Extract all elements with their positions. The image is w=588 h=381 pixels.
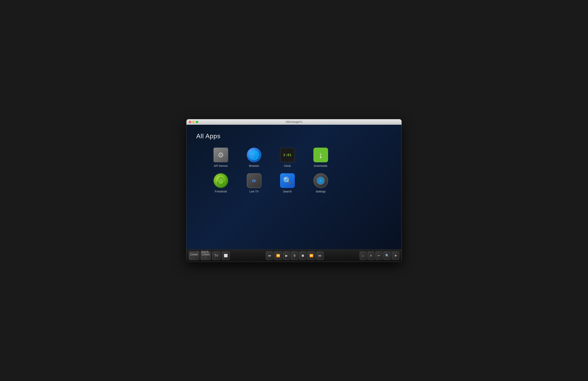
app-item-live-tv[interactable]: tv Live TV [241,173,267,193]
app-item-api-demos[interactable]: API Demos [208,148,233,167]
chan-plus-sym: + [205,257,206,259]
search-nav-button[interactable]: 🔍 [383,251,391,260]
frandroid-label: FrAndroid [215,190,227,193]
browser-label: Browser [249,164,259,167]
fast-forward-button[interactable]: ⏩ [307,251,315,260]
mac-window: 5554:GoogleTV All Apps API Demos Browser [186,119,402,262]
search-nav-icon: 🔍 [385,254,389,258]
clock-label: Clock [284,164,291,167]
skip-back-button[interactable]: ⏮ [266,251,273,260]
back-button[interactable]: ← back [196,250,209,254]
media-controls: ⏮ ⏪ ▶ ⏸ ⏹ ⏩ ⏭ [231,251,358,260]
back-arrow-icon: ← [196,250,200,254]
settings-inner-circle [317,177,325,185]
app-item-downloads[interactable]: Downloads [308,148,333,167]
chan-minus-sym: - [194,257,194,259]
tv-button[interactable]: TV [212,251,220,260]
api-demos-label: API Demos [214,164,228,167]
tv-body: All Apps API Demos Browser 3:01 [187,125,401,262]
skip-forward-icon: ⏭ [318,254,322,258]
play-icon: ▶ [285,254,288,258]
svg-point-1 [218,178,224,184]
pip-icon: ⬜ [224,254,228,258]
pause-button[interactable]: ⏸ [291,251,298,260]
tv-label: TV [214,254,218,258]
app-item-settings[interactable]: Settings [308,173,333,193]
star-icon: ★ [394,254,397,258]
app-item-frandroid[interactable]: FrAndroid [208,173,233,193]
rewind-icon: ⏪ [276,254,280,258]
search-label: Search [283,190,292,193]
close-button[interactable] [189,121,191,123]
app-item-clock[interactable]: 3:01 Clock [275,148,300,167]
search-icon: 🔍 [280,173,295,188]
rewind-button[interactable]: ⏪ [274,251,282,260]
fast-forward-icon: ⏩ [310,254,313,258]
downloads-label: Downloads [314,164,327,167]
settings-icon [313,173,328,188]
stop-icon: ⏹ [301,254,304,258]
window-title: 5554:GoogleTV [286,120,302,123]
control-bar: CHAN - CHAN + TV ⬜ ⏮ ⏪ [187,249,401,262]
menu-icon: ≡ [370,254,372,258]
maximize-button[interactable] [196,121,198,123]
section-title: All Apps [196,133,392,140]
live-tv-label: Live TV [249,190,259,193]
skip-forward-button[interactable]: ⏭ [316,251,324,260]
play-button[interactable]: ▶ [283,251,290,260]
window-controls [189,121,198,123]
skip-back-icon: ⏮ [268,254,271,258]
api-demos-icon [213,148,228,162]
pip-button[interactable]: ⬜ [222,251,230,260]
live-tv-icon: tv [247,173,261,188]
back-label: back [201,250,209,254]
live-tv-text: tv [252,178,256,183]
pause-icon: ⏸ [293,254,296,258]
frandroid-icon [213,173,228,188]
back-nav-icon: ↩ [378,254,380,258]
nav-controls: ⌂ ≡ ↩ 🔍 ★ [360,251,399,260]
star-button[interactable]: ★ [392,251,399,260]
apps-grid: API Demos Browser 3:01 Clock D [208,148,392,193]
title-bar: 5554:GoogleTV [187,119,401,125]
minimize-button[interactable] [192,121,195,123]
tv-screen: All Apps API Demos Browser 3:01 [187,125,401,249]
clock-time: 3:01 [283,153,292,157]
home-icon: ⌂ [362,254,364,258]
back-nav-button[interactable]: ↩ [375,251,382,260]
home-button[interactable]: ⌂ [360,251,367,260]
clock-icon: 3:01 [280,148,295,162]
app-item-browser[interactable]: Browser [241,148,267,167]
downloads-icon [313,148,328,162]
browser-icon [247,148,261,162]
app-item-search[interactable]: 🔍 Search [275,173,300,193]
stop-button[interactable]: ⏹ [299,251,307,260]
settings-label: Settings [316,190,326,193]
search-sym: 🔍 [283,176,292,185]
menu-button[interactable]: ≡ [367,251,375,260]
